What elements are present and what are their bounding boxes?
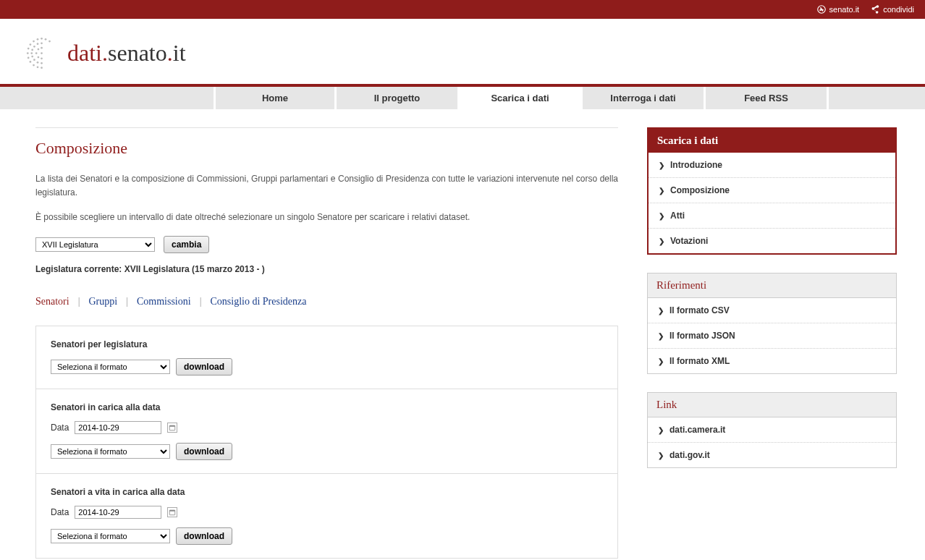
chevron-right-icon: ❯ — [658, 451, 664, 459]
chevron-right-icon: ❯ — [658, 332, 664, 340]
section-title: Senatori per legislatura — [51, 339, 603, 349]
chevron-right-icon: ❯ — [659, 187, 664, 195]
tabs: Senatori | Gruppi | Commissioni | Consig… — [35, 296, 618, 307]
sidebox-header: Scarica i dati — [649, 129, 895, 153]
calendar-icon[interactable] — [167, 507, 177, 517]
svg-point-14 — [37, 43, 39, 45]
svg-point-0 — [41, 38, 43, 40]
main-content: Composizione La lista dei Senatori e la … — [35, 127, 618, 559]
chevron-right-icon: ❯ — [658, 307, 664, 315]
svg-point-6 — [28, 48, 30, 50]
svg-point-12 — [41, 67, 43, 69]
nav-scarica[interactable]: Scarica i dati — [460, 87, 583, 109]
svg-point-4 — [33, 41, 35, 43]
tab-commissioni[interactable]: Commissioni — [137, 296, 191, 307]
section-senatori-vita: Senatori a vita in carica alla data Data… — [36, 474, 617, 558]
svg-point-18 — [31, 56, 33, 58]
svg-point-20 — [37, 61, 39, 64]
sidebox-link: Link ❯dati.camera.it ❯dati.gov.it — [647, 392, 897, 468]
section-title: Senatori a vita in carica alla data — [51, 487, 603, 497]
svg-point-21 — [41, 62, 43, 64]
share-icon — [870, 4, 880, 14]
share-link-label: condividi — [883, 5, 914, 14]
svg-point-19 — [33, 59, 35, 61]
svg-rect-29 — [170, 425, 176, 427]
format-select[interactable]: Seleziona il formato — [51, 444, 170, 459]
date-label: Data — [51, 507, 69, 517]
share-link[interactable]: condividi — [870, 4, 914, 14]
date-input[interactable] — [75, 421, 161, 434]
nav-progetto[interactable]: Il progetto — [337, 87, 460, 109]
tab-senatori[interactable]: Senatori — [35, 296, 69, 307]
sidebar-item-gov[interactable]: ❯dati.gov.it — [648, 443, 896, 467]
nav-feed[interactable]: Feed RSS — [706, 87, 829, 109]
tab-consiglio[interactable]: Consiglio di Presidenza — [210, 296, 306, 307]
svg-point-15 — [33, 46, 35, 48]
sidebox-header: Link — [648, 393, 896, 417]
format-select[interactable]: Seleziona il formato — [51, 529, 170, 543]
sidebar-item-votazioni[interactable]: ❯Votazioni — [649, 229, 895, 253]
sidebar-item-introduzione[interactable]: ❯Introduzione — [649, 153, 895, 178]
sidebox-scarica: Scarica i dati ❯Introduzione ❯Composizio… — [647, 127, 897, 255]
sidebar-item-camera[interactable]: ❯dati.camera.it — [648, 417, 896, 443]
sidebar: Scarica i dati ❯Introduzione ❯Composizio… — [647, 127, 897, 559]
logo-dots-icon — [22, 33, 62, 73]
svg-point-10 — [33, 64, 35, 67]
nav-interroga[interactable]: Interroga i dati — [583, 87, 706, 109]
sidebox-riferimenti: Riferimenti ❯Il formato CSV ❯Il formato … — [647, 273, 897, 374]
sidebar-item-xml[interactable]: ❯Il formato XML — [648, 349, 896, 373]
change-button[interactable]: cambia — [164, 236, 209, 253]
svg-point-26 — [41, 57, 43, 59]
calendar-icon[interactable] — [167, 423, 177, 433]
nav-strip: Home Il progetto Scarica i dati Interrog… — [0, 84, 925, 109]
intro-text-2: È possibile scegliere un intervallo di d… — [35, 211, 618, 224]
chevron-right-icon: ❯ — [658, 357, 664, 365]
svg-point-22 — [41, 47, 43, 49]
svg-point-27 — [41, 52, 43, 54]
download-panel: Senatori per legislatura Seleziona il fo… — [35, 326, 618, 559]
svg-rect-31 — [170, 510, 176, 512]
page-title: Composizione — [35, 139, 618, 158]
sidebar-item-composizione[interactable]: ❯Composizione — [649, 178, 895, 203]
svg-point-24 — [35, 52, 38, 54]
download-button[interactable]: download — [176, 527, 232, 545]
download-button[interactable]: download — [176, 443, 232, 460]
download-button[interactable]: download — [176, 358, 232, 376]
sidebar-item-csv[interactable]: ❯Il formato CSV — [648, 298, 896, 323]
header: dati.senato.it — [0, 19, 925, 84]
svg-point-17 — [30, 52, 33, 54]
chevron-right-icon: ❯ — [659, 212, 664, 220]
date-input[interactable] — [75, 506, 161, 519]
svg-point-16 — [31, 49, 33, 51]
svg-point-7 — [27, 52, 29, 54]
main-nav: Home Il progetto Scarica i dati Interrog… — [0, 87, 925, 109]
svg-point-3 — [37, 38, 39, 41]
sidebar-item-json[interactable]: ❯Il formato JSON — [648, 323, 896, 349]
legislature-select[interactable]: XVII Legislatura — [35, 237, 155, 252]
date-label: Data — [51, 423, 69, 433]
svg-point-25 — [38, 56, 40, 59]
nav-home[interactable]: Home — [214, 87, 337, 109]
current-legislature: Legislatura corrente: XVII Legislatura (… — [35, 264, 618, 274]
chevron-right-icon: ❯ — [658, 426, 664, 434]
sidebox-header: Riferimenti — [648, 273, 896, 298]
tab-gruppi[interactable]: Gruppi — [88, 296, 117, 307]
section-title: Senatori in carica alla data — [51, 402, 603, 412]
svg-point-1 — [45, 38, 47, 41]
logo[interactable]: dati.senato.it — [22, 33, 925, 73]
svg-point-11 — [37, 66, 39, 68]
senato-link-label: senato.it — [829, 5, 860, 14]
format-select[interactable]: Seleziona il formato — [51, 360, 170, 374]
intro-text-1: La lista dei Senatori e la composizione … — [35, 172, 618, 200]
svg-point-5 — [30, 43, 32, 46]
senato-link[interactable]: senato.it — [816, 4, 860, 14]
svg-point-8 — [28, 57, 30, 59]
svg-point-23 — [38, 48, 40, 51]
section-senatori-legislatura: Senatori per legislatura Seleziona il fo… — [36, 326, 617, 389]
topbar: senato.it condividi — [0, 0, 925, 19]
chevron-right-icon: ❯ — [659, 237, 664, 245]
svg-point-9 — [30, 61, 32, 63]
svg-point-13 — [41, 42, 43, 44]
sidebar-item-atti[interactable]: ❯Atti — [649, 203, 895, 229]
globe-icon — [816, 4, 827, 14]
